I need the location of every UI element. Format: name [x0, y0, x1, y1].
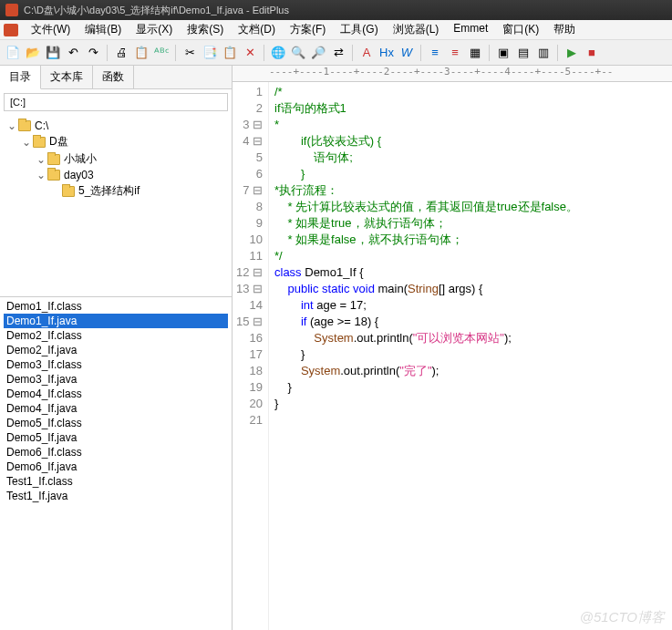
run-icon[interactable]: ▶ — [563, 44, 581, 62]
code-line[interactable]: } — [274, 346, 668, 363]
outdent-icon[interactable]: ≡ — [446, 44, 464, 62]
tree-twisty-icon[interactable]: ⌄ — [5, 119, 18, 132]
stop-icon[interactable]: ■ — [583, 44, 601, 62]
panel-tab[interactable]: 目录 — [0, 66, 41, 89]
line-number: 5 — [233, 150, 263, 166]
code-line[interactable] — [274, 412, 668, 429]
file-item[interactable]: Demo4_If.java — [4, 401, 228, 416]
bookmark3-icon[interactable]: ▥ — [534, 44, 553, 62]
tree-item[interactable]: 5_选择结构if — [2, 182, 230, 200]
code-line[interactable]: int age = 17; — [274, 297, 668, 314]
file-item[interactable]: Demo5_If.class — [4, 416, 228, 430]
separator — [264, 45, 264, 61]
save-icon[interactable]: 💾 — [44, 44, 62, 62]
panel-tab[interactable]: 函数 — [93, 66, 134, 88]
find-next-icon[interactable]: 🔎 — [309, 44, 327, 62]
code-line[interactable]: * 如果是false，就不执行语句体； — [274, 232, 668, 248]
line-number: 1 — [233, 84, 263, 100]
browser-icon[interactable]: 🌐 — [269, 44, 287, 62]
menu-item[interactable]: 文件(W) — [24, 20, 78, 39]
file-item[interactable]: Demo2_If.class — [4, 328, 228, 343]
code-line[interactable]: 语句体; — [274, 150, 668, 166]
toolbar: 📄📂💾↶↷🖨📋ᴬᴮᶜ✂📑📋✕🌐🔍🔎⇄AHxW≡≡▦▣▤▥▶■ — [0, 40, 672, 66]
separator — [557, 45, 558, 61]
menu-item[interactable]: 编辑(B) — [78, 20, 129, 39]
preview-icon[interactable]: 📋 — [132, 44, 150, 62]
file-item[interactable]: Demo3_If.class — [4, 357, 228, 372]
tree-item[interactable]: ⌄day03 — [2, 168, 230, 182]
file-item[interactable]: Demo1_If.java — [4, 314, 228, 328]
code-line[interactable]: if(比较表达式) { — [274, 133, 668, 150]
new-file-icon[interactable]: 📄 — [4, 44, 22, 62]
file-item[interactable]: Demo1_If.class — [4, 299, 228, 314]
code-line[interactable]: } — [274, 166, 668, 182]
tree-twisty-icon[interactable]: ⌄ — [35, 169, 47, 181]
bookmark2-icon[interactable]: ▤ — [514, 44, 532, 62]
tree-item[interactable]: ⌄C:\ — [2, 119, 230, 133]
delete-icon[interactable]: ✕ — [241, 44, 259, 62]
code-line[interactable]: */ — [274, 248, 668, 264]
code-line[interactable]: if语句的格式1 — [274, 100, 668, 117]
file-item[interactable]: Demo6_If.java — [4, 460, 228, 474]
paste-icon[interactable]: 📋 — [221, 44, 239, 62]
line-number: 7 ⊟ — [233, 182, 263, 199]
drive-selector[interactable]: [C:] — [4, 93, 228, 111]
code-line[interactable]: } — [274, 396, 668, 412]
file-item[interactable]: Test1_If.java — [4, 489, 228, 503]
code-line[interactable]: System.out.println("可以浏览本网站"); — [274, 330, 668, 346]
menu-item[interactable]: 方案(F) — [283, 20, 333, 39]
tree-twisty-icon[interactable]: ⌄ — [35, 153, 47, 166]
file-item[interactable]: Demo5_If.java — [4, 430, 228, 445]
code-line[interactable]: if (age >= 18) { — [274, 314, 668, 330]
app-icon — [5, 4, 18, 16]
open-icon[interactable]: 📂 — [24, 44, 42, 62]
cut-icon[interactable]: ✂ — [181, 44, 199, 62]
spell-icon[interactable]: ᴬᴮᶜ — [152, 44, 171, 62]
redo-icon[interactable]: ↷ — [84, 44, 102, 62]
code-line[interactable]: /* — [274, 84, 668, 100]
undo-icon[interactable]: ↶ — [64, 44, 82, 62]
code-editor[interactable]: 1 2 3 ⊟4 ⊟5 6 7 ⊟8 9 10 11 12 ⊟13 ⊟14 15… — [233, 82, 672, 630]
code-line[interactable]: * 先计算比较表达式的值，看其返回值是true还是false。 — [274, 199, 668, 215]
tree-item[interactable]: ⌄D盘 — [2, 133, 230, 150]
line-gutter: 1 2 3 ⊟4 ⊟5 6 7 ⊟8 9 10 11 12 ⊟13 ⊟14 15… — [233, 82, 269, 630]
print-icon[interactable]: 🖨 — [112, 44, 130, 62]
code-line[interactable]: * 如果是true，就执行语句体； — [274, 215, 668, 232]
code-line[interactable]: } — [274, 379, 668, 396]
menu-item[interactable]: 显示(X) — [129, 20, 180, 39]
indent-icon[interactable]: ≡ — [426, 44, 444, 62]
file-item[interactable]: Test1_If.class — [4, 474, 228, 489]
code-line[interactable]: * — [274, 117, 668, 133]
code-line[interactable]: class Demo1_If { — [274, 264, 668, 281]
code-area[interactable]: /*if语句的格式1* if(比较表达式) { 语句体; }*执行流程： * 先… — [269, 82, 672, 630]
menu-item[interactable]: 文档(D) — [231, 20, 283, 39]
menu-item[interactable]: 帮助 — [546, 20, 583, 39]
menu-item[interactable]: 搜索(S) — [180, 20, 231, 39]
menu-item[interactable]: 窗口(K) — [495, 20, 546, 39]
hex-icon[interactable]: Hx — [377, 44, 396, 62]
panel-tab[interactable]: 文本库 — [41, 66, 93, 88]
columns-icon[interactable]: ▦ — [466, 44, 484, 62]
folder-icon — [33, 137, 46, 148]
file-item[interactable]: Demo6_If.class — [4, 445, 228, 460]
file-item[interactable]: Demo2_If.java — [4, 343, 228, 357]
code-line[interactable]: public static void main(String[] args) { — [274, 281, 668, 297]
tree-twisty-icon[interactable]: ⌄ — [20, 136, 33, 149]
copy-icon[interactable]: 📑 — [201, 44, 219, 62]
find-icon[interactable]: 🔍 — [289, 44, 307, 62]
wrap-icon[interactable]: W — [398, 44, 416, 62]
file-item[interactable]: Demo4_If.class — [4, 387, 228, 401]
line-number: 17 — [233, 346, 263, 363]
line-number: 8 — [233, 199, 263, 215]
menu-item[interactable]: 工具(G) — [333, 20, 385, 39]
file-item[interactable]: Demo3_If.java — [4, 372, 228, 387]
font-icon[interactable]: A — [357, 44, 376, 62]
tree-item[interactable]: ⌄小城小 — [2, 150, 230, 168]
line-number: 12 ⊟ — [233, 264, 263, 281]
code-line[interactable]: System.out.println("完了"); — [274, 363, 668, 379]
menu-item[interactable]: 浏览器(L) — [386, 20, 447, 39]
code-line[interactable]: *执行流程： — [274, 182, 668, 199]
menu-item[interactable]: Emmet — [446, 20, 495, 39]
bookmark-icon[interactable]: ▣ — [494, 44, 512, 62]
replace-icon[interactable]: ⇄ — [329, 44, 347, 62]
